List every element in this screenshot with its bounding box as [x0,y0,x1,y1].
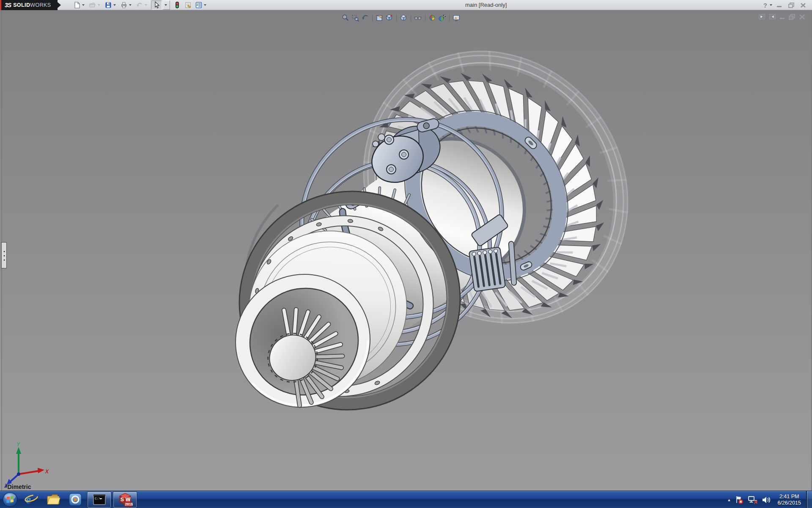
undo-icon [136,1,143,9]
print-icon [120,1,128,9]
display-style-button[interactable] [400,14,408,22]
network-status-icon[interactable] [748,495,758,505]
brand-glyph: 3S [5,2,11,8]
window-controls: ? [763,0,808,10]
undo-dropdown-caret [145,4,147,6]
toolbar-separator [449,14,450,21]
taskbar-media-player[interactable] [64,491,86,508]
toolbar-separator [372,14,373,21]
help-dropdown-caret[interactable] [770,4,772,6]
taskbar-command-prompt[interactable]: C:\ [87,491,111,508]
action-center-icon[interactable] [735,495,744,505]
open-dropdown-caret [98,4,100,6]
open-icon [89,1,96,9]
sw-badge: 2015 [125,502,133,506]
design-binder-button[interactable] [184,1,192,9]
document-title: main [Read-only] [465,2,507,8]
save-button[interactable] [104,1,119,9]
media-player-icon [69,493,82,506]
view-orientation-label: *Dimetric [5,483,31,490]
clock-time: 2:41 PM [777,494,801,500]
minimize-icon [776,3,782,8]
close-icon [800,3,806,8]
view-orientation-button[interactable] [385,14,393,22]
sw-letter-s: S [121,497,124,502]
toolbar-separator [396,14,397,21]
solidworks-2015-icon: S W 2015 [118,492,133,507]
save-dropdown-caret[interactable] [113,4,116,6]
toolbar-separator [425,14,425,21]
hide-show-items-button[interactable] [414,14,422,22]
taskbar-solidworks-2015[interactable]: S W 2015 [113,491,137,508]
open-button[interactable] [88,1,103,9]
view-settings-button[interactable] [453,14,461,22]
print-dropdown-caret[interactable] [129,4,132,6]
print-button[interactable] [120,1,134,9]
start-orb-icon [2,491,18,508]
edit-appearance-button[interactable] [428,14,436,22]
close-button[interactable] [798,2,808,8]
save-icon [104,1,112,9]
system-tray: ▲ 2:41 PM 6/26/2015 [727,491,804,508]
volume-icon[interactable] [762,495,771,505]
new-dropdown-caret[interactable] [82,4,85,6]
brand-solid: SOLID [13,2,30,8]
headsup-view-toolbar [341,13,461,23]
taskbar-windows-explorer[interactable] [42,491,64,508]
triad-y-label: Y [16,442,20,447]
undo-button [135,1,150,9]
restore-document-icon[interactable] [789,14,796,20]
help-button[interactable]: ? [763,2,767,9]
solidworks-logo: 3S SOLID WORKS [1,0,58,10]
close-document-icon[interactable] [799,14,805,20]
options-dropdown-caret[interactable] [204,4,206,6]
feature-panel-collapse-tab[interactable]: ◂ ◂ ◂ [1,242,7,268]
zoom-to-fit-button[interactable] [342,14,350,22]
triad-x-label: X [45,469,49,475]
internet-explorer-icon: e [24,492,38,507]
new-document-button[interactable] [73,1,88,9]
viewport-3d[interactable]: ◂ ◂ ◂ Y X Z *Dimetric [0,10,812,491]
minimize-document-icon[interactable] [779,14,785,19]
minimize-button[interactable] [775,2,784,8]
interference-detection-button[interactable] [173,1,181,9]
apply-scene-button[interactable] [438,14,446,22]
folder-icon [46,492,60,507]
design-binder-icon [184,1,192,9]
reference-triad: Y X Z [3,441,50,488]
main-toolbar [73,0,210,10]
options-list-icon [195,1,203,9]
clock-date: 6/26/2015 [777,500,801,506]
show-hidden-icons-button[interactable]: ▲ [727,498,731,502]
document-window-controls [758,14,805,20]
zoom-to-area-button[interactable] [351,14,359,22]
restore-icon [788,3,795,8]
previous-view-button[interactable] [361,14,369,22]
sw-letter-w: W [126,497,131,502]
options-button[interactable] [195,1,209,9]
traffic-light-icon [173,1,181,9]
select-cursor-icon [152,1,161,9]
engine-model-canvas[interactable] [0,10,811,491]
title-bar: 3S SOLID WORKS [0,0,812,10]
select-dropdown[interactable] [163,0,170,10]
svg-text:e: e [26,493,31,506]
new-document-icon [73,1,81,9]
select-button[interactable] [151,0,162,10]
start-button[interactable] [0,491,20,508]
taskbar-clock[interactable]: 2:41 PM 6/26/2015 [775,494,804,506]
restore-button[interactable] [787,2,796,8]
brand-works: WORKS [30,2,51,8]
show-desktop-button[interactable] [806,491,812,508]
menu-expand-arrow-icon[interactable] [58,2,61,8]
display-pane-icon[interactable] [769,14,776,20]
command-prompt-icon: C:\ [93,494,106,505]
toolbar-separator [411,14,411,21]
taskbar: e C:\ [0,491,812,508]
taskbar-internet-explorer[interactable]: e [20,491,42,508]
feature-pane-icon[interactable] [758,14,765,20]
section-view-button[interactable] [376,14,384,22]
